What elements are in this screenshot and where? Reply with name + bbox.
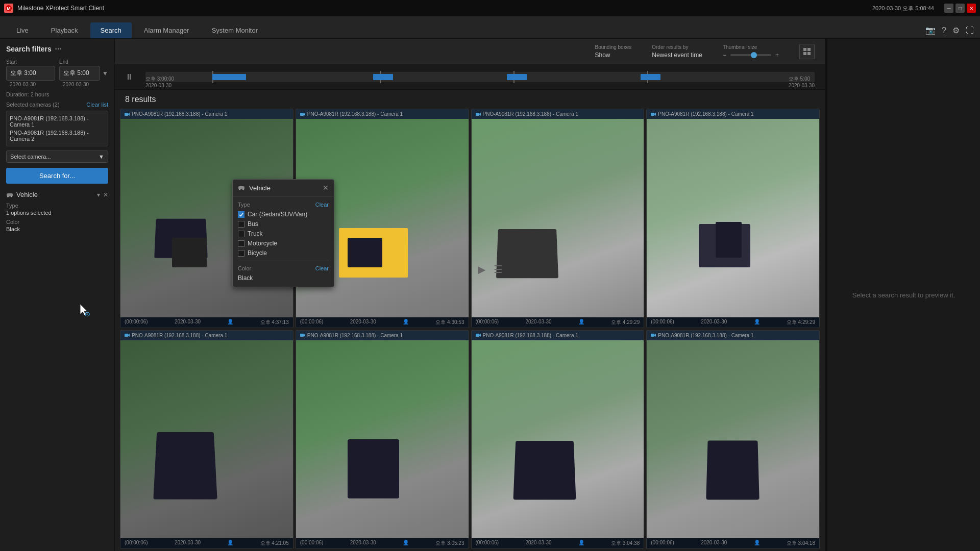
result-card-4[interactable]: PNO-A9081R (192.168.3.188) - Camera 1 (0… bbox=[646, 109, 820, 328]
grid-toggle-button[interactable] bbox=[799, 44, 815, 59]
card-footer-5: (00:00:06) 2020-03-30 👤 오후 4:21:05 bbox=[120, 538, 293, 548]
datetime-display: 2020-03-30 오후 5:08:44 bbox=[872, 5, 934, 12]
card-thumbnail-6 bbox=[296, 340, 469, 539]
start-time-box: Start 오후 3:00 2020-03-30 bbox=[6, 59, 55, 88]
card-thumbnail-3 bbox=[472, 119, 644, 317]
bus-checkbox[interactable] bbox=[238, 221, 244, 228]
camera-item-1[interactable]: PNO-A9081R (192.168.3.188) - Camera 1 bbox=[10, 114, 105, 129]
vehicle-filter-delete-icon[interactable]: ✕ bbox=[103, 191, 108, 198]
close-button[interactable]: ✕ bbox=[967, 4, 976, 13]
help-icon[interactable]: ? bbox=[942, 26, 946, 35]
slider-thumb[interactable] bbox=[751, 52, 757, 58]
card-footer-8: (00:00:06) 2020-03-30 👤 오후 3:04:18 bbox=[647, 538, 819, 548]
camera-card-icon-8 bbox=[651, 333, 656, 338]
card-footer-6: (00:00:06) 2020-03-30 👤 오후 3:05:23 bbox=[296, 538, 469, 548]
card-header-3: PNO-A9081R (192.168.3.188) - Camera 1 bbox=[472, 109, 644, 119]
card-header-5: PNO-A9081R (192.168.3.188) - Camera 1 bbox=[120, 331, 293, 340]
tab-search[interactable]: Search bbox=[90, 22, 132, 38]
minimize-button[interactable]: ─ bbox=[944, 4, 953, 13]
svg-marker-20 bbox=[304, 334, 305, 337]
camera-item-2[interactable]: PNO-A9081R (192.168.3.188) - Camera 2 bbox=[10, 129, 105, 143]
svg-rect-9 bbox=[125, 113, 128, 116]
fullscreen-icon[interactable]: ⛶ bbox=[966, 26, 974, 35]
svg-rect-17 bbox=[125, 334, 128, 337]
checkbox-bus[interactable]: Bus bbox=[238, 220, 329, 228]
vehicle-filter-icon[interactable]: ▾ bbox=[97, 191, 100, 198]
svg-rect-6 bbox=[807, 48, 811, 51]
title-bar-right: 2020-03-30 오후 5:08:44 ─ □ ✕ bbox=[872, 4, 976, 13]
settings-icon[interactable]: ⚙ bbox=[952, 26, 960, 35]
clear-type-button[interactable]: Clear bbox=[315, 202, 329, 208]
checkbox-car[interactable]: Car (Sedan/SUV/Van) bbox=[238, 211, 329, 218]
results-grid: PNO-A9081R (192.168.3.188) - Camera 1 (0… bbox=[115, 107, 825, 551]
bounding-boxes-group: Bounding boxes Show bbox=[595, 44, 632, 59]
motorcycle-checkbox[interactable] bbox=[238, 240, 244, 247]
vehicle-popup-header: Vehicle ✕ bbox=[233, 180, 334, 196]
clear-list-button[interactable]: Clear list bbox=[86, 102, 108, 108]
timeline-bar[interactable] bbox=[145, 72, 815, 82]
color-filter-prop: Color Black bbox=[6, 219, 108, 232]
preview-list-icon[interactable]: ☰ bbox=[494, 263, 503, 276]
start-time-input[interactable]: 오후 3:00 bbox=[6, 66, 55, 81]
result-card-8[interactable]: PNO-A9081R (192.168.3.188) - Camera 1 (0… bbox=[646, 330, 820, 549]
time-dropdown-icon[interactable]: ▼ bbox=[102, 70, 108, 77]
type-value-display[interactable]: 1 options selected bbox=[6, 210, 108, 216]
vehicle-filter-title: Vehicle bbox=[16, 191, 94, 198]
result-card-7[interactable]: PNO-A9081R (192.168.3.188) - Camera 1 (0… bbox=[471, 330, 645, 549]
title-bar: M Milestone XProtect Smart Client 2020-0… bbox=[0, 0, 980, 16]
svg-marker-12 bbox=[304, 113, 305, 116]
checkbox-bicycle[interactable]: Bicycle bbox=[238, 249, 329, 257]
tab-live[interactable]: Live bbox=[6, 22, 39, 38]
end-time-input[interactable]: 오후 5:00 bbox=[59, 66, 100, 81]
slider-track[interactable] bbox=[730, 54, 771, 56]
maximize-button[interactable]: □ bbox=[955, 4, 965, 13]
svg-marker-10 bbox=[128, 113, 130, 116]
app-title: Milestone XProtect Smart Client bbox=[17, 5, 104, 12]
timeline-pause-icon[interactable]: ⏸ bbox=[125, 72, 133, 82]
results-count: 8 results bbox=[125, 95, 156, 104]
app-icon: M bbox=[4, 4, 13, 13]
thumbnail-plus-icon[interactable]: + bbox=[775, 52, 779, 59]
timeline[interactable]: ⏸ 오후 3:00:00 2020-03-30 오후 5:00 2020-03-… bbox=[115, 64, 825, 90]
preview-play-icon[interactable]: ▶ bbox=[478, 263, 485, 276]
type-filter-prop: Type 1 options selected bbox=[6, 203, 108, 216]
color-value: Black bbox=[238, 274, 329, 282]
result-card-5[interactable]: PNO-A9081R (192.168.3.188) - Camera 1 (0… bbox=[120, 330, 293, 549]
camera-select-dropdown[interactable]: Select camera... ▼ bbox=[6, 151, 108, 163]
vehicle-popup-icon bbox=[238, 184, 245, 191]
clear-color-button[interactable]: Clear bbox=[315, 265, 329, 271]
tab-playback[interactable]: Playback bbox=[41, 22, 88, 38]
timeline-end-label: 오후 5:00 2020-03-30 bbox=[789, 76, 815, 88]
result-card-3[interactable]: PNO-A9081R (192.168.3.188) - Camera 1 (0… bbox=[471, 109, 645, 328]
result-card-6[interactable]: PNO-A9081R (192.168.3.188) - Camera 1 (0… bbox=[296, 330, 469, 549]
card-footer-4: (00:00:06) 2020-03-30 👤 오후 4:29:29 bbox=[647, 317, 819, 328]
dropdown-arrow-icon: ▼ bbox=[99, 154, 104, 160]
car-checkbox[interactable] bbox=[238, 211, 244, 218]
window-controls[interactable]: ─ □ ✕ bbox=[944, 4, 976, 13]
camera-icon[interactable]: 📷 bbox=[925, 26, 936, 35]
order-results-value[interactable]: Newest event time bbox=[652, 52, 702, 59]
preview-placeholder-text: Select a search result to preview it. bbox=[842, 281, 966, 309]
card-header-4: PNO-A9081R (192.168.3.188) - Camera 1 bbox=[647, 109, 819, 119]
bicycle-checkbox[interactable] bbox=[238, 250, 244, 257]
checkbox-truck[interactable]: Truck bbox=[238, 230, 329, 237]
vehicle-popup-close-button[interactable]: ✕ bbox=[323, 184, 329, 192]
checkbox-motorcycle[interactable]: Motorcycle bbox=[238, 240, 329, 247]
card-footer-7: (00:00:06) 2020-03-30 👤 오후 3:04:38 bbox=[472, 538, 644, 548]
start-date-display: 2020-03-30 bbox=[6, 81, 55, 88]
thumbnail-minus-icon[interactable]: − bbox=[723, 52, 726, 59]
card-thumbnail-8 bbox=[647, 340, 819, 539]
time-range-row: Start 오후 3:00 2020-03-30 End 오후 5:00 ▼ 2… bbox=[6, 59, 108, 88]
tab-system-monitor[interactable]: System Monitor bbox=[202, 22, 268, 38]
tab-alarm[interactable]: Alarm Manager bbox=[134, 22, 200, 38]
thumbnail-size-slider[interactable]: − + bbox=[723, 52, 779, 59]
svg-rect-5 bbox=[803, 48, 806, 51]
timeline-event-3 bbox=[507, 74, 527, 80]
sidebar: Search filters ⋯ Start 오후 3:00 2020-03-3… bbox=[0, 39, 115, 551]
color-value-display[interactable]: Black bbox=[6, 226, 108, 232]
search-for-button[interactable]: Search for... bbox=[6, 168, 108, 184]
bounding-boxes-value[interactable]: Show bbox=[595, 52, 632, 59]
truck-checkbox[interactable] bbox=[238, 231, 244, 237]
card-header-7: PNO-A9081R (192.168.3.188) - Camera 1 bbox=[472, 331, 644, 340]
sidebar-menu-icon[interactable]: ⋯ bbox=[55, 45, 62, 53]
